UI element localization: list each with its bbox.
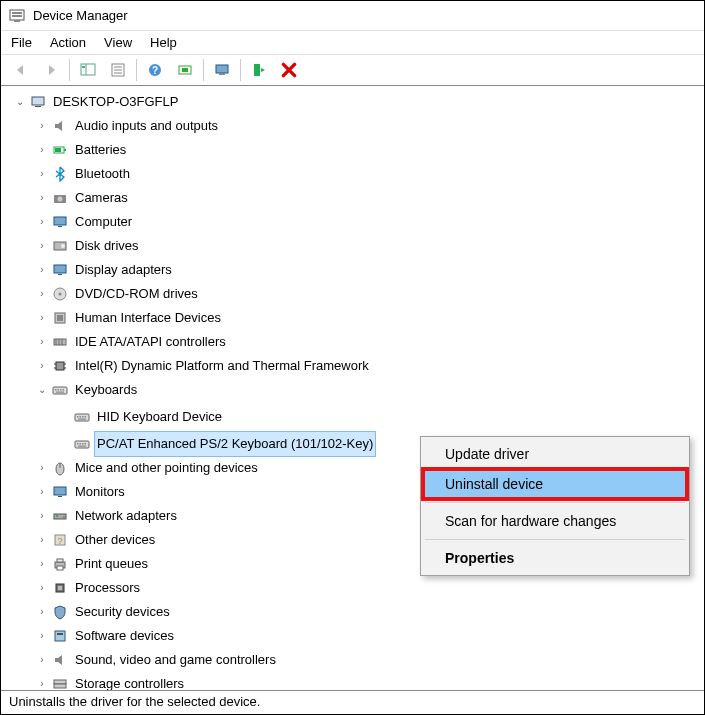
svg-rect-79: [54, 684, 66, 688]
help-button[interactable]: ?: [141, 58, 169, 82]
caret-icon[interactable]: ›: [35, 283, 49, 305]
caret-icon[interactable]: ›: [35, 577, 49, 599]
speaker-icon: [51, 118, 69, 134]
caret-icon[interactable]: ›: [35, 601, 49, 623]
caret-icon[interactable]: ›: [35, 139, 49, 161]
disk-icon: [51, 238, 69, 254]
cpu-icon: [51, 580, 69, 596]
keyboard-icon: [51, 382, 69, 398]
tree-item-label: Other devices: [73, 528, 157, 552]
toolbar-separator: [69, 59, 70, 81]
monitor-icon: [51, 214, 69, 230]
tree-item[interactable]: ›?Other devices: [33, 528, 159, 552]
tree-item[interactable]: ›Disk drives: [33, 234, 143, 258]
tree-item[interactable]: ›Security devices: [33, 600, 174, 624]
caret-icon[interactable]: ›: [35, 673, 49, 690]
forward-button[interactable]: [37, 58, 65, 82]
svg-rect-47: [60, 389, 62, 391]
caret-icon[interactable]: ›: [35, 505, 49, 527]
tree-item[interactable]: ›Intel(R) Dynamic Platform and Thermal F…: [33, 354, 373, 378]
tree-root-node[interactable]: ⌄DESKTOP-O3FGFLP: [11, 90, 182, 114]
mouse-icon: [51, 460, 69, 476]
menu-view[interactable]: View: [104, 35, 132, 50]
tree-item-label: Disk drives: [73, 234, 141, 258]
svg-rect-29: [54, 265, 66, 273]
caret-icon[interactable]: ›: [35, 529, 49, 551]
context-properties[interactable]: Properties: [423, 543, 687, 573]
tree-item[interactable]: ›Sound, video and game controllers: [33, 648, 280, 672]
tree-item[interactable]: ›Human Interface Devices: [33, 306, 225, 330]
tree-item[interactable]: ›Audio inputs and outputs: [33, 114, 222, 138]
svg-text:?: ?: [152, 65, 158, 76]
svg-rect-34: [57, 315, 63, 321]
caret-icon[interactable]: ›: [35, 457, 49, 479]
caret-icon[interactable]: ›: [35, 649, 49, 671]
caret-icon[interactable]: ›: [35, 115, 49, 137]
other-icon: ?: [51, 532, 69, 548]
tree-item[interactable]: ›Storage controllers: [33, 672, 188, 690]
caret-icon[interactable]: ›: [35, 259, 49, 281]
menu-help[interactable]: Help: [150, 35, 177, 50]
show-hide-console-button[interactable]: [74, 58, 102, 82]
tree-item[interactable]: ›Network adapters: [33, 504, 181, 528]
disc-icon: [51, 286, 69, 302]
back-button[interactable]: [7, 58, 35, 82]
tree-item[interactable]: ›DVD/CD-ROM drives: [33, 282, 202, 306]
tree-item[interactable]: ›Batteries: [33, 138, 130, 162]
tree-item[interactable]: ›Display adapters: [33, 258, 176, 282]
tree-item[interactable]: ›Software devices: [33, 624, 178, 648]
network-icon: [51, 508, 69, 524]
tree-item[interactable]: ›Cameras: [33, 186, 132, 210]
toolbar-separator: [136, 59, 137, 81]
caret-icon[interactable]: ⌄: [13, 91, 27, 113]
tree-root-label: DESKTOP-O3FGFLP: [51, 90, 180, 114]
tree-item-label: Display adapters: [73, 258, 174, 282]
tree-item-label: Monitors: [73, 480, 127, 504]
tree-item[interactable]: PC/AT Enhanced PS/2 Keyboard (101/102-Ke…: [55, 432, 377, 456]
properties-button[interactable]: [104, 58, 132, 82]
scan-hardware-button[interactable]: [171, 58, 199, 82]
printer-icon: [51, 556, 69, 572]
caret-icon[interactable]: ›: [35, 163, 49, 185]
caret-icon[interactable]: ›: [35, 481, 49, 503]
svg-rect-49: [56, 392, 64, 393]
tree-item-label: Storage controllers: [73, 672, 186, 690]
caret-icon[interactable]: ›: [35, 211, 49, 233]
caret-icon[interactable]: ›: [35, 307, 49, 329]
tree-item[interactable]: ›IDE ATA/ATAPI controllers: [33, 330, 230, 354]
svg-rect-77: [57, 633, 63, 635]
tree-item[interactable]: ⌄Keyboards: [33, 378, 141, 402]
tree-item[interactable]: HID Keyboard Device: [55, 405, 226, 429]
device-tree-container[interactable]: ⌄DESKTOP-O3FGFLP›Audio inputs and output…: [1, 86, 704, 690]
svg-rect-25: [54, 217, 66, 225]
context-update-driver[interactable]: Update driver: [423, 439, 687, 469]
caret-icon[interactable]: ›: [35, 355, 49, 377]
context-scan-hardware[interactable]: Scan for hardware changes: [423, 506, 687, 536]
caret-icon[interactable]: ›: [35, 553, 49, 575]
caret-icon[interactable]: ›: [35, 235, 49, 257]
caret-icon[interactable]: ›: [35, 187, 49, 209]
enable-device-button[interactable]: [245, 58, 273, 82]
tree-item[interactable]: ›Bluetooth: [33, 162, 134, 186]
tree-item[interactable]: ›Processors: [33, 576, 144, 600]
update-driver-button[interactable]: [208, 58, 236, 82]
caret-icon[interactable]: ⌄: [35, 379, 49, 401]
svg-point-32: [59, 293, 62, 296]
svg-rect-58: [80, 443, 82, 445]
caret-icon[interactable]: ›: [35, 331, 49, 353]
context-separator: [425, 539, 685, 540]
caret-icon[interactable]: ›: [35, 625, 49, 647]
tree-item-label: Audio inputs and outputs: [73, 114, 220, 138]
tree-item[interactable]: ›Computer: [33, 210, 136, 234]
svg-rect-46: [58, 389, 60, 391]
svg-rect-78: [54, 680, 66, 684]
tree-item[interactable]: ›Mice and other pointing devices: [33, 456, 262, 480]
context-uninstall-device[interactable]: Uninstall device: [423, 469, 687, 499]
uninstall-device-button[interactable]: [275, 58, 303, 82]
device-tree[interactable]: ⌄DESKTOP-O3FGFLP›Audio inputs and output…: [1, 90, 704, 690]
tree-item[interactable]: ›Monitors: [33, 480, 129, 504]
tree-item[interactable]: ›Print queues: [33, 552, 152, 576]
menu-file[interactable]: File: [11, 35, 32, 50]
tree-item-label: Intel(R) Dynamic Platform and Thermal Fr…: [73, 354, 371, 378]
menu-action[interactable]: Action: [50, 35, 86, 50]
